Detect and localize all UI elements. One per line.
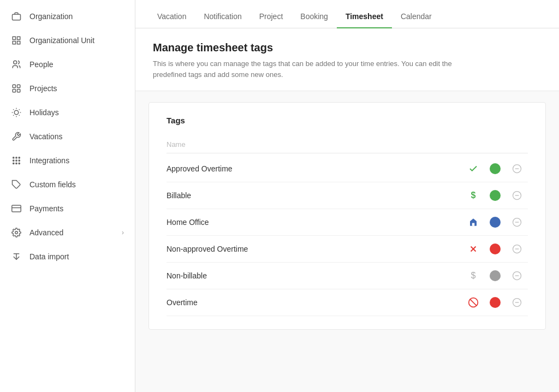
svg-line-18: [19, 109, 20, 110]
wrench-icon: [11, 131, 22, 142]
sidebar-item-projects[interactable]: Projects: [0, 76, 135, 100]
tag-type-icon: [462, 244, 484, 254]
svg-point-22: [13, 160, 14, 161]
svg-point-19: [13, 157, 14, 158]
main-content: Vacation Notification Project Booking Ti…: [135, 0, 559, 392]
tab-notification[interactable]: Notification: [195, 4, 250, 28]
tab-timesheet[interactable]: Timesheet: [337, 4, 392, 28]
tag-name: Approved Overtime: [166, 164, 462, 173]
tag-remove-button[interactable]: [506, 217, 528, 228]
svg-point-26: [16, 163, 17, 164]
svg-point-25: [13, 163, 14, 164]
sidebar-item-holidays[interactable]: Holidays: [0, 100, 135, 124]
grid-dots-icon: [11, 155, 22, 166]
tag-type-icon: $: [462, 191, 484, 200]
tag-type-icon: [462, 217, 484, 227]
svg-point-10: [14, 110, 19, 115]
settings-icon: [11, 227, 22, 238]
tab-vacation[interactable]: Vacation: [148, 4, 195, 28]
sidebar-item-organizational-unit[interactable]: Organizational Unit: [0, 28, 135, 52]
grid-2x2-icon: [11, 35, 22, 46]
table-row: Home Office: [166, 209, 528, 236]
sidebar-item-label: Payments: [29, 204, 63, 213]
tag-remove-button[interactable]: [506, 297, 528, 308]
tag-name: Billable: [166, 191, 462, 200]
tag-type-icon: $: [462, 271, 484, 281]
svg-point-24: [19, 160, 20, 161]
tag-remove-button[interactable]: [506, 243, 528, 254]
chevron-right-icon: ›: [122, 229, 124, 236]
tags-section: Tags Name Approved OvertimeBillable$Home…: [148, 102, 546, 330]
sidebar-item-label: Holidays: [29, 108, 59, 117]
table-row: Billable$: [166, 182, 528, 209]
tag-rows-container: Approved OvertimeBillable$Home OfficeNon…: [166, 156, 528, 316]
svg-point-20: [16, 157, 17, 158]
table-row: Overtime: [166, 289, 528, 316]
tag-name: Non-billable: [166, 271, 462, 280]
grid-small-icon: [11, 83, 22, 94]
svg-line-48: [470, 299, 477, 306]
briefcase-icon: [11, 11, 22, 22]
tab-calendar[interactable]: Calendar: [392, 4, 441, 28]
sidebar-item-data-import[interactable]: Data import: [0, 245, 135, 269]
svg-rect-2: [17, 37, 20, 39]
tag-color-dot[interactable]: [484, 270, 506, 281]
tag-name: Overtime: [166, 298, 462, 307]
sidebar-item-label: People: [29, 60, 53, 69]
svg-rect-9: [17, 90, 20, 92]
section-title: Tags: [166, 116, 528, 125]
sidebar-item-integrations[interactable]: Integrations: [0, 149, 135, 173]
tags-table: Name Approved OvertimeBillable$Home Offi…: [166, 136, 528, 316]
sidebar-item-label: Custom fields: [29, 180, 76, 189]
sidebar-item-custom-fields[interactable]: Custom fields: [0, 173, 135, 197]
sun-icon: [11, 107, 22, 118]
svg-point-27: [19, 163, 20, 164]
people-icon: [11, 59, 22, 70]
sidebar-item-label: Advanced: [29, 228, 63, 237]
sidebar-item-vacations[interactable]: Vacations: [0, 124, 135, 149]
tag-remove-button[interactable]: [506, 270, 528, 281]
svg-line-13: [13, 109, 14, 110]
sidebar: Organization Organizational Unit People …: [0, 0, 135, 392]
tag-color-dot[interactable]: [484, 163, 506, 174]
page-header: Manage timesheet tags This is where you …: [135, 28, 559, 91]
svg-rect-4: [17, 41, 20, 44]
tag-remove-button[interactable]: [506, 190, 528, 201]
tags-table-header: Name: [166, 136, 528, 153]
content-area: Manage timesheet tags This is where you …: [135, 28, 559, 392]
table-row: Non-billable$: [166, 263, 528, 289]
tag-color-dot[interactable]: [484, 190, 506, 201]
svg-point-31: [15, 231, 18, 234]
name-column-header: Name: [166, 140, 528, 149]
tab-project[interactable]: Project: [251, 4, 292, 28]
svg-line-17: [13, 115, 14, 116]
tag-color-dot[interactable]: [484, 297, 506, 308]
svg-point-5: [14, 61, 17, 64]
svg-rect-38: [472, 223, 475, 226]
svg-rect-0: [13, 14, 21, 20]
tag-name: Home Office: [166, 218, 462, 227]
arrows-icon: [11, 251, 22, 262]
page-description: This is where you can manage the tags th…: [153, 58, 459, 80]
table-row: Approved Overtime: [166, 156, 528, 182]
svg-rect-1: [13, 37, 15, 39]
tag-color-dot[interactable]: [484, 217, 506, 228]
sidebar-item-advanced[interactable]: Advanced ›: [0, 221, 135, 245]
sidebar-item-label: Vacations: [29, 132, 62, 141]
svg-point-21: [19, 157, 20, 158]
card-icon: [11, 203, 22, 214]
tag-type-icon: [462, 164, 484, 174]
tag-type-icon: [462, 297, 484, 308]
tag-icon: [11, 179, 22, 190]
sidebar-item-label: Data import: [29, 252, 69, 261]
svg-line-14: [19, 115, 20, 116]
sidebar-item-organization[interactable]: Organization: [0, 4, 135, 28]
tag-color-dot[interactable]: [484, 243, 506, 254]
tag-remove-button[interactable]: [506, 163, 528, 174]
sidebar-item-label: Projects: [29, 84, 57, 93]
tab-booking[interactable]: Booking: [292, 4, 337, 28]
sidebar-item-payments[interactable]: Payments: [0, 197, 135, 221]
sidebar-item-people[interactable]: People: [0, 52, 135, 76]
sidebar-item-label: Organizational Unit: [29, 36, 94, 45]
sidebar-item-label: Organization: [29, 12, 73, 21]
